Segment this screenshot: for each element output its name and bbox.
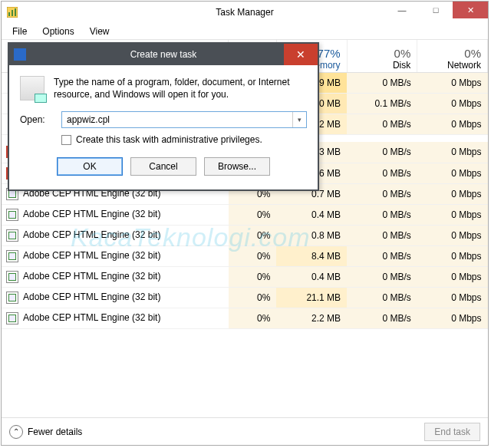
process-name: Adobe CEP HTML Engine (32 bit): [2, 245, 229, 266]
cpu-cell: 0%: [229, 266, 277, 287]
process-name: Adobe CEP HTML Engine (32 bit): [2, 308, 229, 328]
col-disk[interactable]: 0%Disk: [347, 40, 417, 72]
network-cell: 0 Mbps: [417, 225, 488, 245]
menu-options[interactable]: Options: [35, 25, 81, 38]
browse-button[interactable]: Browse...: [204, 157, 270, 176]
network-cell: 0 Mbps: [417, 204, 488, 225]
run-program-icon: [20, 76, 44, 100]
col-network[interactable]: 0%Network: [417, 40, 488, 72]
table-row[interactable]: Adobe CEP HTML Engine (32 bit)0%0.8 MB0 …: [2, 225, 488, 245]
disk-cell: 0 MB/s: [347, 142, 417, 163]
memory-cell: 8.4 MB: [276, 245, 347, 266]
footer: ⌃ Fewer details End task: [2, 417, 488, 445]
menu-view[interactable]: View: [82, 25, 117, 38]
memory-cell: 0.4 MB: [276, 204, 347, 225]
cpu-cell: 0%: [229, 245, 277, 266]
memory-cell: 0.8 MB: [276, 225, 347, 245]
network-cell: 0 Mbps: [417, 266, 488, 287]
dialog-titlebar[interactable]: Create new task ✕: [9, 44, 318, 65]
titlebar[interactable]: Task Manager — □ ✕: [2, 2, 488, 23]
minimize-button[interactable]: —: [385, 2, 419, 18]
chevron-down-icon[interactable]: ▾: [292, 112, 306, 127]
create-task-dialog: Create new task ✕ Type the name of a pro…: [8, 42, 319, 191]
open-label: Open:: [20, 114, 54, 125]
disk-cell: 0 MB/s: [347, 72, 417, 93]
cancel-button[interactable]: Cancel: [130, 157, 196, 176]
open-input[interactable]: [62, 112, 292, 127]
table-row[interactable]: Adobe CEP HTML Engine (32 bit)0%0.4 MB0 …: [2, 266, 488, 287]
network-cell: 0 Mbps: [417, 114, 488, 134]
disk-cell: 0 MB/s: [347, 287, 417, 308]
fewer-details-toggle[interactable]: ⌃ Fewer details: [9, 425, 82, 439]
disk-cell: 0 MB/s: [347, 114, 417, 134]
process-icon: [6, 271, 18, 283]
network-cell: 0 Mbps: [417, 245, 488, 266]
close-button[interactable]: ✕: [453, 2, 488, 18]
dialog-close-button[interactable]: ✕: [284, 44, 318, 65]
table-row[interactable]: Adobe CEP HTML Engine (32 bit)0%2.2 MB0 …: [2, 308, 488, 328]
network-cell: 0 Mbps: [417, 93, 488, 114]
process-icon: [6, 229, 18, 242]
process-icon: [6, 312, 18, 324]
process-name: Adobe CEP HTML Engine (32 bit): [2, 266, 229, 287]
process-name: Adobe CEP HTML Engine (32 bit): [2, 225, 229, 245]
network-cell: 0 Mbps: [417, 163, 488, 183]
process-icon: [6, 250, 18, 262]
process-icon: [6, 209, 18, 221]
end-task-button[interactable]: End task: [424, 423, 480, 441]
ok-button[interactable]: OK: [57, 157, 123, 176]
network-cell: 0 Mbps: [417, 142, 488, 163]
admin-label: Create this task with administrative pri…: [76, 134, 262, 145]
cpu-cell: 0%: [229, 225, 277, 245]
network-cell: 0 Mbps: [417, 183, 488, 204]
process-name: Adobe CEP HTML Engine (32 bit): [2, 204, 229, 225]
menu-file[interactable]: File: [5, 25, 35, 38]
memory-cell: 0.4 MB: [276, 266, 347, 287]
disk-cell: 0 MB/s: [347, 266, 417, 287]
task-manager-window: Task Manager — □ ✕ File Options View 77%…: [1, 1, 489, 446]
menubar: File Options View: [2, 23, 488, 40]
disk-cell: 0 MB/s: [347, 245, 417, 266]
dialog-description: Type the name of a program, folder, docu…: [54, 76, 307, 100]
disk-cell: 0 MB/s: [347, 225, 417, 245]
memory-cell: 2.2 MB: [276, 308, 347, 328]
table-row[interactable]: Adobe CEP HTML Engine (32 bit)0%21.1 MB0…: [2, 287, 488, 308]
maximize-button[interactable]: □: [419, 2, 453, 18]
disk-cell: 0 MB/s: [347, 308, 417, 328]
network-cell: 0 Mbps: [417, 287, 488, 308]
disk-cell: 0 MB/s: [347, 183, 417, 204]
memory-cell: 21.1 MB: [276, 287, 347, 308]
dialog-title: Create new task: [9, 49, 318, 60]
fewer-details-label: Fewer details: [28, 427, 82, 437]
table-row[interactable]: Adobe CEP HTML Engine (32 bit)0%8.4 MB0 …: [2, 245, 488, 266]
disk-cell: 0.1 MB/s: [347, 93, 417, 114]
table-row[interactable]: Adobe CEP HTML Engine (32 bit)0%0.4 MB0 …: [2, 204, 488, 225]
network-cell: 0 Mbps: [417, 308, 488, 328]
disk-cell: 0 MB/s: [347, 163, 417, 183]
cpu-cell: 0%: [229, 204, 277, 225]
network-cell: 0 Mbps: [417, 72, 488, 93]
admin-checkbox[interactable]: [61, 135, 71, 145]
cpu-cell: 0%: [229, 287, 277, 308]
process-name: Adobe CEP HTML Engine (32 bit): [2, 287, 229, 308]
cpu-cell: 0%: [229, 308, 277, 328]
process-icon: [6, 292, 18, 304]
open-combobox[interactable]: ▾: [61, 111, 307, 128]
chevron-up-icon: ⌃: [9, 425, 23, 439]
disk-cell: 0 MB/s: [347, 204, 417, 225]
